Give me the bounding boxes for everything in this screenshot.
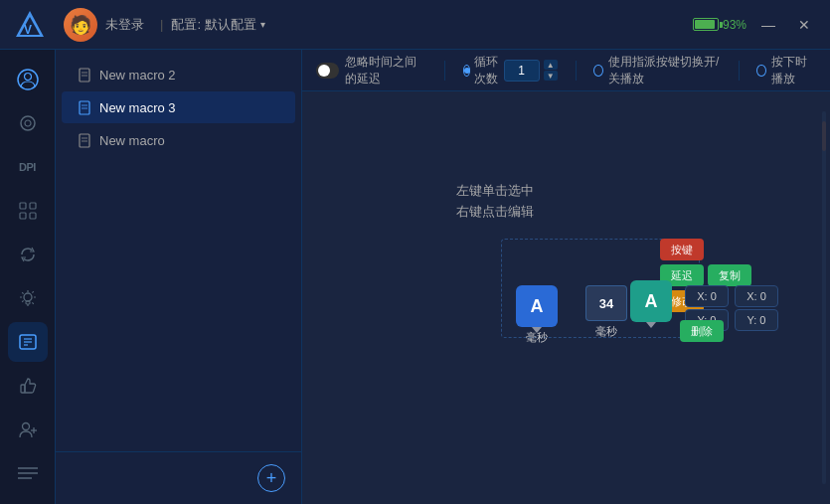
- separator: |: [160, 17, 163, 32]
- hold-play-radio[interactable]: [756, 65, 766, 77]
- node-a-blue[interactable]: A 毫秒: [516, 285, 558, 345]
- copy-action-button[interactable]: 复制: [708, 264, 751, 286]
- ignore-delay-label: 忽略时间之间的延迟: [345, 54, 427, 87]
- macro-item-1[interactable]: New macro 2: [62, 59, 295, 90]
- sidebar-item-macro[interactable]: [8, 322, 48, 362]
- use-finger-label: 使用指派按键切换开/关播放: [608, 54, 721, 87]
- macro-editor-panel: 忽略时间之间的延迟 循环次数 ▲ ▼ 使用指派按键切换开/关播放: [302, 50, 830, 504]
- macro-list: New macro 2 New macro 3: [56, 50, 301, 451]
- sidebar-item-userplus[interactable]: [8, 410, 48, 449]
- use-finger-radio-item[interactable]: 使用指派按键切换开/关播放: [593, 54, 720, 87]
- svg-point-18: [22, 423, 29, 430]
- node-a-teal[interactable]: A: [630, 280, 672, 322]
- use-finger-radio[interactable]: [593, 65, 603, 77]
- loop-count-item: 循环次数 ▲ ▼: [463, 54, 557, 87]
- canvas-scrollbar[interactable]: [822, 111, 826, 484]
- arrow-down-icon-2: [646, 322, 656, 328]
- svg-rect-10: [30, 213, 36, 219]
- instruction-line2: 右键点击编辑: [456, 202, 534, 223]
- titlebar-right: 93% — ✕: [693, 11, 818, 39]
- svg-point-4: [24, 74, 31, 81]
- dpi-label: DPI: [19, 161, 36, 173]
- macro-name-2: New macro 3: [99, 100, 176, 115]
- macro-list-panel: New macro 2 New macro 3: [56, 50, 302, 504]
- svg-text:V: V: [24, 23, 32, 37]
- sidebar-item-thumbup[interactable]: [8, 366, 48, 406]
- svg-rect-8: [30, 203, 36, 209]
- ignore-delay-toggle[interactable]: [316, 63, 339, 79]
- toolbar-separator-3: [739, 61, 740, 81]
- delete-button[interactable]: 删除: [680, 320, 724, 342]
- scrollbar-thumb: [822, 121, 826, 151]
- timing-node[interactable]: 34 毫秒: [585, 285, 627, 339]
- svg-rect-7: [20, 203, 26, 209]
- svg-rect-12: [26, 301, 30, 304]
- svg-rect-24: [80, 69, 89, 82]
- loop-increment-button[interactable]: ▲: [544, 60, 558, 70]
- battery-indicator: 93%: [693, 18, 747, 32]
- svg-point-5: [21, 116, 35, 130]
- minimize-button[interactable]: —: [754, 11, 782, 39]
- timing-label: 毫秒: [595, 324, 617, 339]
- ignore-delay-toggle-item: 忽略时间之间的延迟: [316, 54, 426, 87]
- svg-rect-17: [21, 385, 25, 393]
- sidebar-item-avatar[interactable]: [8, 60, 48, 99]
- add-macro-button[interactable]: +: [257, 464, 285, 492]
- sidebar-item-dpi[interactable]: DPI: [8, 147, 48, 187]
- macro-item-2[interactable]: New macro 3: [62, 91, 295, 123]
- loop-label: 循环次数: [474, 54, 499, 87]
- battery-icon: [693, 18, 719, 31]
- macro-file-icon-3: [78, 132, 91, 148]
- svg-rect-27: [80, 101, 89, 114]
- toolbar-separator-1: [444, 61, 445, 81]
- svg-point-6: [25, 120, 31, 126]
- main-layout: DPI: [0, 50, 830, 504]
- instruction-line1: 左键单击选中: [456, 181, 534, 202]
- loop-radio[interactable]: [463, 65, 470, 77]
- macro-list-footer: +: [56, 451, 301, 504]
- svg-point-11: [24, 293, 32, 301]
- coords-y-2: Y: 0: [735, 309, 778, 331]
- macro-name-3: New macro: [99, 133, 165, 148]
- macro-file-icon: [78, 67, 91, 83]
- canvas-instruction: 左键单击选中 右键点击编辑: [456, 181, 534, 223]
- macro-canvas[interactable]: 左键单击选中 右键点击编辑 按键 延迟 复制 修改 A 毫秒: [302, 91, 830, 504]
- battery-percent: 93%: [723, 18, 747, 32]
- loop-value-input[interactable]: [504, 60, 540, 82]
- battery-fill: [695, 20, 715, 29]
- macro-item-3[interactable]: New macro: [62, 124, 295, 156]
- key-node-teal[interactable]: A: [630, 280, 672, 322]
- loop-decrement-button[interactable]: ▼: [544, 71, 558, 81]
- sidebar-icons: DPI: [0, 50, 56, 504]
- chevron-down-icon: ▾: [260, 19, 265, 30]
- hold-play-label: 按下时播放: [771, 54, 816, 87]
- avatar[interactable]: 🧑: [64, 8, 97, 42]
- sidebar-item-grid[interactable]: [8, 191, 48, 231]
- close-button[interactable]: ✕: [790, 11, 818, 39]
- arrow-down-icon: [532, 327, 542, 333]
- titlebar: V 🧑 未登录 | 配置: 默认配置 ▾ 93% — ✕: [0, 0, 830, 50]
- macro-name-1: New macro 2: [99, 68, 176, 83]
- sidebar-item-profile[interactable]: [8, 103, 48, 143]
- sidebar-item-menu[interactable]: [8, 453, 48, 493]
- key-action-button[interactable]: 按键: [660, 239, 704, 260]
- toolbar-separator-2: [576, 61, 577, 81]
- macro-file-icon-2: [78, 99, 91, 115]
- sidebar-item-sync[interactable]: [8, 235, 48, 274]
- timing-value[interactable]: 34: [585, 285, 627, 321]
- add-modify-row: 延迟 复制: [660, 264, 751, 286]
- config-selector[interactable]: 配置: 默认配置 ▾: [171, 16, 264, 34]
- coords-node-2: X: 0 Y: 0: [735, 285, 778, 331]
- app-logo: V: [12, 7, 48, 43]
- macro-toolbar: 忽略时间之间的延迟 循环次数 ▲ ▼ 使用指派按键切换开/关播放: [302, 50, 830, 91]
- coords-x-1: X: 0: [685, 285, 729, 307]
- loop-stepper: ▲ ▼: [544, 60, 558, 81]
- svg-rect-9: [20, 213, 26, 219]
- svg-rect-30: [80, 134, 89, 147]
- sidebar-item-light[interactable]: [8, 278, 48, 318]
- user-label: 未登录: [105, 16, 144, 34]
- key-node-blue[interactable]: A: [516, 285, 558, 327]
- coords-x-2: X: 0: [735, 285, 778, 307]
- config-label: 配置: 默认配置: [171, 16, 255, 34]
- hold-play-radio-item[interactable]: 按下时播放: [756, 54, 816, 87]
